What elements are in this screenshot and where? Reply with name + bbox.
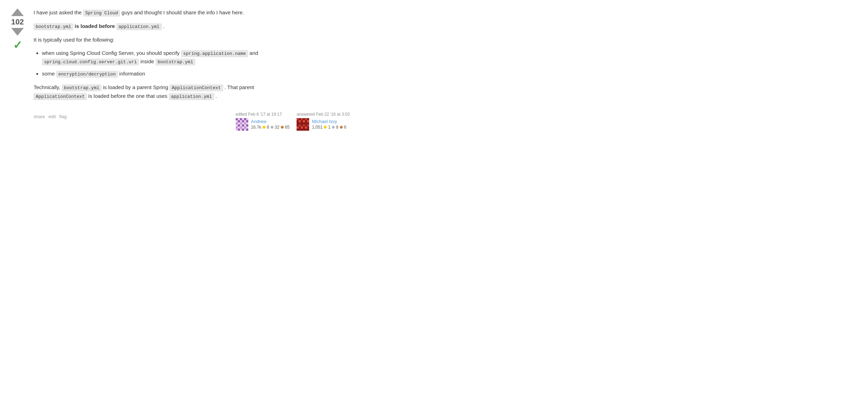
answerer-info: Michael Isvy 1,051 1 8 6	[297, 118, 346, 131]
editor-avatar	[236, 118, 248, 131]
editor-silver-badge	[271, 126, 273, 129]
encryption-decryption-code: encryption/decryption	[56, 71, 118, 78]
technically-before: Technically,	[34, 84, 62, 90]
editor-bronze-count: 65	[285, 125, 290, 130]
application-yml-code1: application.yml	[116, 23, 162, 30]
intro-text-after: guys and thought I should share the info…	[120, 9, 244, 15]
bullet2-before: some	[42, 71, 56, 77]
svg-rect-3	[244, 118, 246, 120]
bullet2-after: information	[118, 71, 145, 77]
spring-app-name-code: spring.application.name	[181, 50, 248, 57]
answerer-rep-count: 1,051	[312, 125, 322, 130]
bootstrap-yml-code3: bootstrap.yml	[62, 85, 101, 91]
edit-link[interactable]: edit	[49, 114, 56, 119]
answer-body: I have just asked the Spring Cloud guys …	[34, 7, 350, 131]
application-yml-code2: application.yml	[169, 93, 214, 100]
svg-rect-7	[236, 122, 238, 124]
is-loaded-before-text: is loaded before	[73, 23, 116, 29]
that-parent-text: . That parent	[223, 84, 254, 90]
svg-rect-4	[238, 120, 240, 122]
answerer-silver-badge	[332, 126, 335, 129]
vote-up-button[interactable]	[11, 8, 24, 16]
svg-rect-24	[303, 120, 305, 122]
flag-link[interactable]: flag	[59, 114, 67, 119]
share-link[interactable]: share	[34, 114, 45, 119]
editor-rep: 16.7k 8 32 65	[251, 125, 290, 130]
svg-rect-8	[240, 122, 242, 124]
period1: .	[162, 23, 164, 29]
svg-rect-31	[307, 124, 309, 127]
answerer-bronze-count: 6	[344, 125, 347, 130]
svg-rect-15	[244, 127, 246, 129]
svg-rect-9	[244, 122, 246, 124]
editor-gold-badge	[263, 126, 265, 129]
svg-rect-28	[305, 122, 307, 124]
svg-rect-1	[236, 118, 238, 120]
svg-rect-33	[301, 127, 303, 129]
svg-rect-21	[301, 118, 303, 120]
svg-rect-22	[305, 118, 307, 120]
editor-rep-count: 16.7k	[251, 125, 261, 130]
editor-name[interactable]: Andrew	[251, 119, 290, 124]
svg-rect-30	[303, 124, 305, 127]
answer-container: 102 ✓ I have just asked the Spring Cloud…	[7, 7, 350, 131]
svg-rect-23	[299, 120, 301, 122]
editor-info: Andrew 16.7k 8 32 65	[236, 118, 290, 131]
application-context-code1: ApplicationContext	[170, 85, 223, 91]
svg-rect-16	[238, 129, 240, 131]
answer-actions: share edit flag	[34, 114, 66, 119]
editor-silver-count: 32	[275, 125, 279, 130]
answerer-gold-badge	[324, 126, 327, 129]
vote-down-button[interactable]	[11, 28, 24, 36]
bootstrap-yml-code2: bootstrap.yml	[156, 59, 195, 65]
svg-rect-34	[305, 127, 307, 129]
svg-rect-2	[240, 118, 242, 120]
svg-rect-14	[240, 127, 242, 129]
answerer-silver-count: 8	[336, 125, 339, 130]
answerer-name[interactable]: Michael Isvy	[312, 119, 346, 124]
technically-paragraph: Technically, bootstrap.yml is loaded by …	[34, 83, 350, 101]
answerer-rep: 1,051 1 8 6	[312, 125, 346, 130]
svg-rect-36	[303, 129, 305, 131]
answerer-timestamp: answered Feb 22 '16 at 3:03	[297, 112, 350, 117]
editor-details: Andrew 16.7k 8 32 65	[251, 119, 290, 130]
bullet-item-1: when using Spring Cloud Config Server, y…	[42, 49, 350, 66]
editor-timestamp: edited Feb 6 '17 at 19:17	[236, 112, 282, 117]
para4-rest: is loaded before the one that uses	[87, 93, 169, 99]
svg-rect-26	[297, 122, 299, 124]
technically-middle: is loaded by a parent Spring	[101, 84, 170, 90]
svg-rect-18	[246, 129, 248, 131]
editor-card: edited Feb 6 '17 at 19:17	[236, 112, 290, 131]
bullet1-inside: inside	[139, 58, 156, 64]
vote-column: 102 ✓	[7, 7, 28, 131]
svg-rect-27	[301, 122, 303, 124]
svg-rect-13	[236, 127, 238, 129]
bullet1-before: when using Spring Cloud Config Server, y…	[42, 50, 181, 56]
bootstrap-yml-code1: bootstrap.yml	[34, 23, 73, 30]
svg-rect-20	[297, 118, 299, 120]
svg-rect-37	[307, 129, 309, 131]
intro-paragraph: I have just asked the Spring Cloud guys …	[34, 8, 350, 17]
svg-rect-29	[299, 124, 301, 127]
answerer-gold-count: 1	[328, 125, 330, 130]
accepted-checkmark: ✓	[13, 38, 22, 52]
spring-cloud-config-code: spring.cloud.config.server.git.uri	[42, 59, 139, 65]
svg-rect-5	[242, 120, 244, 122]
answer-meta: share edit flag edited Feb 6 '17 at 19:1…	[34, 109, 350, 131]
svg-rect-32	[297, 127, 299, 129]
svg-rect-35	[299, 129, 301, 131]
spring-cloud-code: Spring Cloud	[83, 10, 120, 16]
svg-rect-12	[246, 124, 248, 127]
answerer-bronze-badge	[340, 126, 343, 129]
answerer-details: Michael Isvy 1,051 1 8 6	[312, 119, 346, 130]
intro-text-before: I have just asked the	[34, 9, 83, 15]
svg-rect-11	[242, 124, 244, 127]
answerer-card: answered Feb 22 '16 at 3:03	[297, 112, 350, 131]
para4-end: .	[214, 93, 217, 99]
svg-rect-17	[242, 129, 244, 131]
typically-used-text: It is typically used for the following:	[34, 36, 350, 44]
editor-gold-count: 8	[267, 125, 269, 130]
svg-rect-10	[238, 124, 240, 127]
bullet1-and: and	[248, 50, 258, 56]
svg-rect-25	[307, 120, 309, 122]
